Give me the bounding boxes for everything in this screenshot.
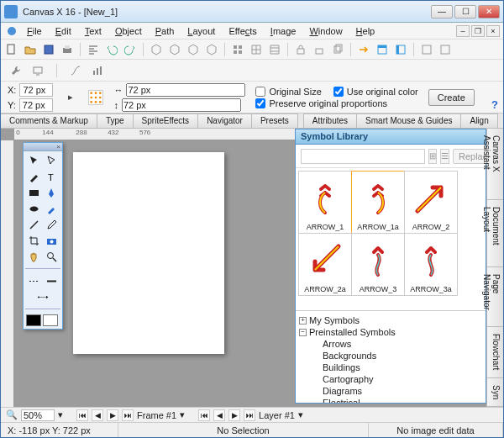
wrench-icon[interactable]: [8, 62, 24, 79]
tab-smartmouse[interactable]: Smart Mouse & Guides: [357, 113, 461, 128]
collapse-icon[interactable]: −: [299, 329, 307, 336]
cube1-icon[interactable]: [149, 42, 164, 57]
crop-tool-icon[interactable]: [25, 233, 43, 248]
symbol-cell[interactable]: ARROW_2: [404, 171, 458, 234]
minimize-button[interactable]: —: [431, 5, 453, 18]
app-menu-icon[interactable]: [4, 24, 19, 39]
text-tool-icon[interactable]: T: [44, 169, 61, 184]
frame-last-icon[interactable]: ⏭: [122, 409, 134, 421]
symbol-search-input[interactable]: [301, 149, 425, 164]
line-tool-icon[interactable]: [25, 217, 43, 232]
vtab-pagenav[interactable]: Page Navigator: [487, 267, 503, 328]
pen-tool-icon[interactable]: [25, 169, 43, 184]
vtab-doclayout[interactable]: Document Layout: [487, 200, 503, 266]
tree-node[interactable]: Diagrams: [299, 385, 482, 397]
tab-sprite[interactable]: SpriteEffects: [134, 113, 199, 128]
zoom-mag-icon[interactable]: 🔍: [6, 409, 18, 420]
new-icon[interactable]: [4, 42, 19, 57]
frame-next-icon[interactable]: ▶: [107, 409, 118, 421]
rect-tool-icon[interactable]: [25, 185, 43, 200]
print-icon[interactable]: [60, 42, 75, 57]
dash-style-icon[interactable]: [25, 273, 43, 288]
layer-first-icon[interactable]: ⏮: [198, 409, 210, 421]
y-input[interactable]: [19, 98, 53, 112]
brush-tool-icon[interactable]: [44, 201, 61, 216]
maximize-button[interactable]: ☐: [454, 5, 476, 18]
redo-icon[interactable]: [123, 42, 138, 57]
open-icon[interactable]: [23, 42, 38, 57]
symbol-grid-icon[interactable]: ⊞: [428, 149, 437, 164]
unlock-icon[interactable]: [312, 42, 327, 57]
frame-dropdown-icon[interactable]: ▾: [180, 409, 185, 420]
menu-object[interactable]: Object: [109, 24, 148, 38]
layer-prev-icon[interactable]: ◀: [213, 409, 225, 421]
menu-help[interactable]: Help: [350, 24, 381, 38]
symbol-cell[interactable]: ARROW_1a: [351, 171, 405, 234]
original-size-checkbox[interactable]: Original Size: [255, 87, 321, 97]
fill-swatch[interactable]: [26, 314, 41, 326]
undo-icon[interactable]: [104, 42, 119, 57]
vtab-syn[interactable]: Syn: [487, 378, 503, 407]
toolbox-close-icon[interactable]: ×: [56, 143, 60, 150]
close-button[interactable]: ✕: [478, 5, 500, 18]
cube4-icon[interactable]: [204, 42, 219, 57]
barchart-icon[interactable]: [89, 62, 106, 79]
menu-layout[interactable]: Layout: [181, 24, 221, 38]
zoom-tool-icon[interactable]: [44, 249, 61, 264]
x-input[interactable]: [19, 83, 53, 97]
menu-path[interactable]: Path: [150, 24, 181, 38]
menu-image[interactable]: Image: [265, 24, 302, 38]
menu-file[interactable]: File: [21, 24, 48, 38]
expand-icon[interactable]: +: [299, 317, 307, 325]
symbol-list-icon[interactable]: ☰: [440, 149, 449, 164]
grid1-icon[interactable]: [230, 42, 245, 57]
anchor-grid-icon[interactable]: [88, 90, 103, 105]
tab-navigator[interactable]: Navigator: [198, 113, 252, 128]
expand-arrow-icon[interactable]: ▸: [63, 90, 78, 105]
copy-icon[interactable]: [330, 42, 345, 57]
vtab-flowchart[interactable]: Flowchart: [487, 327, 503, 377]
grid2-icon[interactable]: [249, 42, 264, 57]
create-button[interactable]: Create: [428, 89, 475, 106]
monitor-icon[interactable]: [29, 62, 46, 79]
help-icon[interactable]: ?: [491, 98, 498, 111]
tree-node[interactable]: Electrical: [299, 397, 482, 403]
mdi-close[interactable]: ×: [486, 25, 500, 37]
vtab-assistant[interactable]: Canvas X Assistant: [487, 129, 503, 200]
zoom-input[interactable]: [21, 409, 55, 421]
symbol-cell[interactable]: ARROW_2a: [298, 233, 352, 296]
use-orig-color-checkbox[interactable]: Use original color: [333, 87, 418, 97]
layer-next-icon[interactable]: ▶: [228, 409, 240, 421]
stroke-swatch[interactable]: [43, 314, 58, 326]
frame-first-icon[interactable]: ⏮: [76, 409, 88, 421]
panel3-icon[interactable]: [419, 42, 434, 57]
mdi-minimize[interactable]: –: [456, 25, 470, 37]
tree-node[interactable]: Backgrounds: [299, 350, 482, 361]
tab-presets[interactable]: Presets: [252, 113, 298, 128]
frame-prev-icon[interactable]: ◀: [92, 409, 103, 421]
menu-effects[interactable]: Effects: [223, 24, 262, 38]
ellipse-tool-icon[interactable]: [25, 201, 43, 216]
menu-window[interactable]: Window: [303, 24, 348, 38]
tree-node[interactable]: Arrows: [299, 338, 482, 350]
cube3-icon[interactable]: [186, 42, 201, 57]
panel4-icon[interactable]: [438, 42, 453, 57]
tree-node[interactable]: −Preinstalled Symbols: [299, 326, 482, 338]
w-input[interactable]: [126, 83, 245, 97]
tab-attributes[interactable]: Attributes: [303, 113, 357, 128]
align-left-icon[interactable]: [86, 42, 101, 57]
symbol-cell[interactable]: ARROW_1: [298, 171, 352, 234]
pentool2-icon[interactable]: [44, 185, 61, 200]
direct-select-tool-icon[interactable]: [44, 153, 61, 168]
zoom-dropdown-icon[interactable]: ▾: [58, 409, 63, 420]
tree-node[interactable]: Buildings: [299, 361, 482, 373]
mdi-restore[interactable]: ❐: [471, 25, 485, 37]
hand-tool-icon[interactable]: [25, 249, 43, 264]
symbol-cell[interactable]: ARROW_3: [351, 233, 405, 296]
arrow-style-icon[interactable]: [25, 289, 60, 304]
curve-icon[interactable]: [67, 62, 84, 79]
cube2-icon[interactable]: [167, 42, 182, 57]
stroke-width-icon[interactable]: [44, 273, 61, 288]
canvas[interactable]: [73, 152, 224, 354]
panel2-icon[interactable]: [393, 42, 408, 57]
